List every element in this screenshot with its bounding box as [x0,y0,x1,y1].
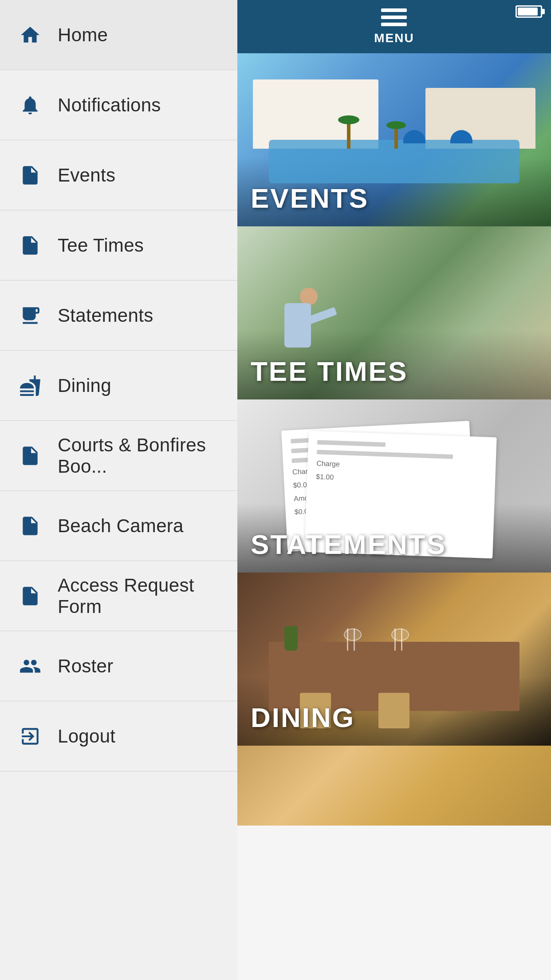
doc-text-amount-2: $1.00 [316,473,487,486]
tile-tee-times[interactable]: TEE TIMES [237,226,551,399]
sidebar-item-tee-times[interactable]: Tee Times [0,210,237,281]
courts-icon [18,443,42,468]
doc-line-4 [317,440,385,447]
sidebar-label-events: Events [58,165,115,186]
menu-label: MENU [374,31,414,45]
sidebar-label-home: Home [58,24,108,46]
menu-lines-icon [381,8,407,26]
tee-times-icon [18,233,42,257]
sidebar-item-roster[interactable]: Roster [0,631,237,701]
menu-button[interactable]: MENU [374,8,414,45]
main-panel: MENU EVENTS [237,0,551,980]
palm-1 [347,122,350,149]
battery-fill [518,8,538,16]
sidebar-item-courts[interactable]: Courts & Bonfires Boo... [0,421,237,491]
menu-line-2 [381,16,407,19]
tile-teetimes-label: TEE TIMES [251,356,408,387]
bell-icon [18,93,42,117]
vase [284,626,298,651]
statements-icon [18,303,42,328]
tile-events-label: EVENTS [251,182,369,214]
sidebar-label-access-request: Access Request Form [58,575,220,617]
sidebar-label-dining: Dining [58,375,111,396]
roster-icon [18,654,42,678]
menu-line-1 [381,8,407,12]
wine-glass-2 [394,628,402,651]
top-header: MENU [237,0,551,53]
sidebar-label-logout: Logout [58,726,115,747]
sidebar-label-beach-camera: Beach Camera [58,515,184,537]
tile-statements[interactable]: Charge $0.00 Amount Paid $0.00 Charge $1… [237,399,551,573]
sidebar-label-tee-times: Tee Times [58,235,144,256]
tile-extra[interactable] [237,746,551,826]
sidebar-label-roster: Roster [58,656,114,677]
sidebar-label-statements: Statements [58,305,153,326]
sidebar-item-events[interactable]: Events [0,140,237,210]
sidebar-item-notifications[interactable]: Notifications [0,70,237,140]
sidebar-item-logout[interactable]: Logout [0,701,237,771]
sidebar-item-access-request[interactable]: Access Request Form [0,561,237,631]
sidebar-item-beach-camera[interactable]: Beach Camera [0,491,237,561]
sidebar-item-statements[interactable]: Statements [0,281,237,351]
tile-dining-label: DINING [251,702,355,733]
sidebar-item-dining[interactable]: Dining [0,351,237,421]
sidebar: Home Notifications Events Tee Times [0,0,237,980]
tile-dining[interactable]: DINING [237,573,551,746]
tile-statements-label: STATEMENTS [251,529,446,560]
doc-text-charge-2: Charge [316,459,487,473]
logout-icon [18,724,42,748]
umbrella-2 [403,130,425,143]
building-1 [253,79,378,149]
status-bar [516,5,542,18]
home-icon [18,23,42,47]
events-icon [18,163,42,187]
sidebar-item-home[interactable]: Home [0,0,237,70]
beach-camera-icon [18,514,42,538]
golfer-head [300,288,318,305]
tiles-container: EVENTS TEE TIMES Ch [237,53,551,980]
tile-extra-bg [237,746,551,826]
menu-line-3 [381,23,407,26]
dining-icon [18,373,42,398]
palm-2 [394,126,398,149]
sidebar-label-courts: Courts & Bonfires Boo... [58,435,220,477]
tile-events[interactable]: EVENTS [237,53,551,226]
doc-line-5 [317,450,453,459]
battery-icon [516,5,542,18]
golfer-body [284,303,311,348]
chair-2 [378,693,409,728]
access-request-icon [18,584,42,608]
wine-glass-1 [347,628,355,651]
sidebar-label-notifications: Notifications [58,95,161,116]
